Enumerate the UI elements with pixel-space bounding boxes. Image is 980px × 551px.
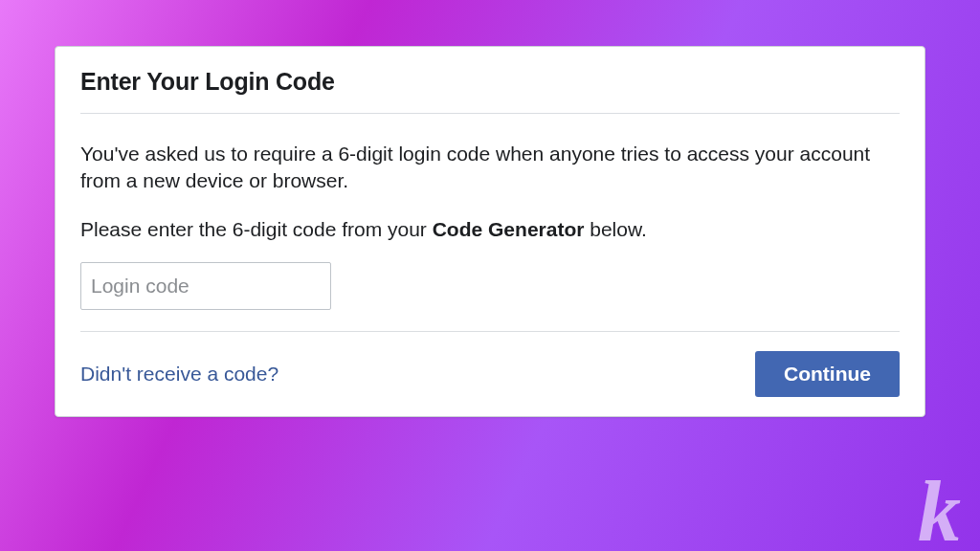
description-bold: Code Generator (433, 218, 585, 240)
login-code-dialog: Enter Your Login Code You've asked us to… (55, 46, 925, 417)
watermark-icon: k (918, 462, 961, 551)
description-suffix: below. (584, 218, 646, 240)
continue-button[interactable]: Continue (755, 351, 900, 397)
input-container (80, 262, 900, 310)
description-line-1: You've asked us to require a 6-digit log… (80, 141, 900, 195)
divider-top (80, 113, 900, 114)
divider-bottom (80, 331, 900, 332)
dialog-title: Enter Your Login Code (80, 68, 900, 96)
login-code-input[interactable] (80, 262, 331, 310)
description-line-2: Please enter the 6-digit code from your … (80, 216, 900, 243)
description-prefix: Please enter the 6-digit code from your (80, 218, 433, 240)
dialog-footer: Didn't receive a code? Continue (80, 351, 900, 397)
help-link[interactable]: Didn't receive a code? (80, 363, 278, 386)
